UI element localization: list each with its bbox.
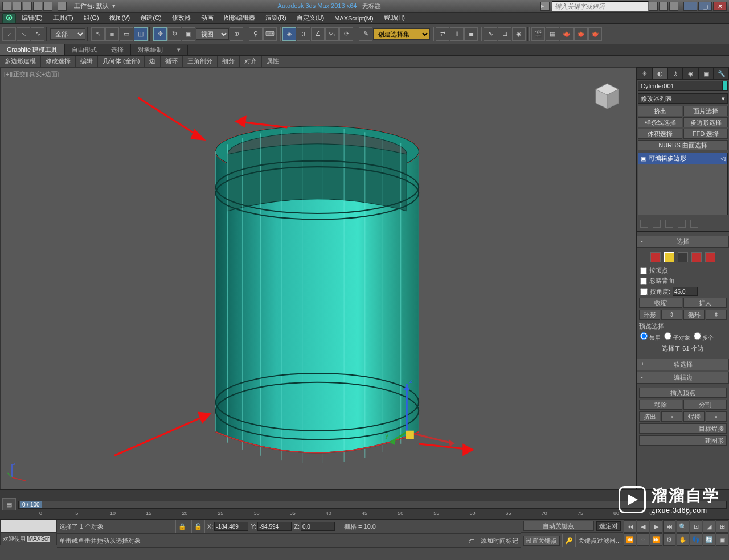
modifier-stack[interactable]: ▣ 可编辑多边形 ◁: [638, 153, 728, 215]
zoom-ext-icon[interactable]: ⊞: [716, 520, 728, 533]
teapot-icon[interactable]: 🫖: [574, 27, 588, 41]
btn-split[interactable]: 分割: [683, 400, 727, 410]
menu-maxscript[interactable]: MAXScript(M): [330, 14, 378, 23]
btn-extrude[interactable]: 挤出: [638, 106, 682, 116]
ref-coord[interactable]: 视图: [196, 28, 229, 40]
tab-hierarchy-icon[interactable]: ⚷: [667, 67, 683, 80]
lock-icon[interactable]: 🔒: [175, 520, 189, 533]
unlink-icon[interactable]: ⟍: [17, 27, 30, 41]
material-icon[interactable]: ◉: [512, 27, 526, 41]
sub-props[interactable]: 属性: [262, 56, 284, 67]
sub-edit[interactable]: 编辑: [76, 56, 98, 67]
configure-icon[interactable]: [690, 220, 698, 228]
sub-tri[interactable]: 三角剖分: [183, 56, 218, 67]
spinner-snap-icon[interactable]: ⟳: [339, 27, 353, 41]
pin-stack-icon[interactable]: [640, 220, 648, 228]
sub-align[interactable]: 对齐: [240, 56, 262, 67]
tab-modify-icon[interactable]: ◐: [652, 67, 667, 80]
workspace-label[interactable]: 工作台: 默认: [72, 2, 111, 10]
search-input[interactable]: [552, 1, 649, 11]
pan-icon[interactable]: ✋: [677, 533, 689, 546]
next-key-icon[interactable]: ⏩: [650, 533, 662, 546]
chk-ignore-back[interactable]: [640, 278, 647, 285]
set-key-button[interactable]: 设置关键点: [523, 536, 560, 546]
mirror-icon[interactable]: ⇄: [436, 27, 449, 41]
menu-views[interactable]: 视图(V): [105, 13, 135, 23]
ring-spinner[interactable]: ⇕: [661, 310, 682, 320]
prev-key-icon[interactable]: ⏪: [624, 533, 636, 546]
max-toggle-icon[interactable]: ▣: [716, 533, 728, 546]
tab-create-icon[interactable]: ✳: [637, 67, 652, 80]
select-name-icon[interactable]: ≡: [105, 27, 119, 41]
rotate-icon[interactable]: ↻: [167, 27, 181, 41]
sub-geometry[interactable]: 几何体 (全部): [98, 56, 145, 67]
menu-create[interactable]: 创建(C): [136, 13, 166, 23]
align-icon[interactable]: ⫴: [450, 27, 464, 41]
subobj-vertex-icon[interactable]: [650, 252, 661, 262]
info-icon[interactable]: ▸: [540, 2, 550, 11]
btn-grow[interactable]: 扩大: [683, 298, 727, 308]
time-config-icon[interactable]: ⚙: [663, 533, 675, 546]
keyboard-icon[interactable]: ⌨: [263, 27, 277, 41]
render-frame-icon[interactable]: ▦: [546, 27, 559, 41]
play-icon[interactable]: ▶: [650, 520, 662, 533]
tab-motion-icon[interactable]: ◉: [683, 67, 698, 80]
dropdown-icon[interactable]: ▾: [112, 2, 116, 10]
coord-x[interactable]: [214, 522, 248, 531]
btn-remove[interactable]: 移除: [639, 400, 682, 410]
btn-insert-vert[interactable]: 插入顶点: [639, 388, 727, 398]
prev-frame-icon[interactable]: ◀: [637, 520, 649, 533]
move-icon[interactable]: ✥: [153, 27, 167, 41]
rollout-soft-sel[interactable]: +软选择: [637, 359, 729, 370]
snap-2d-icon[interactable]: ◈: [282, 27, 296, 41]
close-button[interactable]: ✕: [713, 2, 727, 11]
btn-loop[interactable]: 循环: [683, 310, 705, 320]
sub-subdiv[interactable]: 细分: [218, 56, 240, 67]
menu-group[interactable]: 组(G): [79, 13, 104, 23]
btn-weld[interactable]: 焊接: [683, 411, 705, 422]
lock2-icon[interactable]: 🔓: [191, 520, 205, 533]
time-tag-icon[interactable]: 🏷: [465, 534, 478, 547]
radio-multi[interactable]: [694, 332, 701, 340]
named-sel-icon[interactable]: ✎: [359, 27, 372, 41]
subobj-edge-icon[interactable]: [664, 252, 674, 262]
rollout-selection[interactable]: -选择: [637, 236, 729, 248]
menu-edit[interactable]: 编辑(E): [17, 13, 47, 23]
sub-poly-model[interactable]: 多边形建模: [0, 56, 41, 67]
help-icon[interactable]: [649, 2, 658, 11]
subobj-element-icon[interactable]: [705, 252, 715, 262]
rect-select-icon[interactable]: ▭: [120, 27, 133, 41]
btn-face-sel[interactable]: 面片选择: [683, 106, 728, 116]
rollout-edit-edge[interactable]: -编辑边: [637, 372, 729, 384]
btn-poly-sel[interactable]: 多边形选择: [683, 117, 728, 127]
manip-icon[interactable]: ⚲: [249, 27, 263, 41]
time-slider[interactable]: 0 / 100: [20, 501, 42, 508]
maximize-button[interactable]: ▢: [698, 2, 712, 11]
schematic-icon[interactable]: ⊞: [498, 27, 511, 41]
time-input[interactable]: 0: [637, 533, 649, 546]
unique-icon[interactable]: [665, 220, 673, 228]
layer-icon[interactable]: ≣: [464, 27, 478, 41]
menu-graph[interactable]: 图形编辑器: [219, 13, 260, 23]
teapot2-icon[interactable]: 🫖: [588, 27, 602, 41]
extrude-settings[interactable]: ▫: [661, 411, 682, 422]
btn-spline-sel[interactable]: 样条线选择: [638, 117, 682, 127]
zoom-all-icon[interactable]: ⊡: [690, 520, 702, 533]
subobj-polygon-icon[interactable]: [691, 252, 702, 262]
radio-disable[interactable]: [640, 332, 648, 340]
object-color[interactable]: [722, 81, 728, 91]
key-icon[interactable]: 🔑: [562, 534, 576, 547]
render-setup-icon[interactable]: 🎬: [531, 27, 545, 41]
btn-vol-sel[interactable]: 体积选择: [638, 129, 682, 139]
subobj-border-icon[interactable]: [678, 252, 688, 262]
minimize-button[interactable]: —: [683, 2, 697, 11]
sub-edges[interactable]: 边: [145, 56, 161, 67]
app-logo[interactable]: ⦿: [2, 13, 16, 23]
remove-mod-icon[interactable]: [678, 220, 686, 228]
coord-y[interactable]: [257, 522, 292, 531]
window-crossing-icon[interactable]: ◫: [134, 27, 148, 41]
snap-3d-icon[interactable]: 3: [297, 27, 310, 41]
loop-spinner[interactable]: ⇕: [706, 310, 727, 320]
select-icon[interactable]: ↖: [91, 27, 105, 41]
render-icon[interactable]: 🫖: [560, 27, 574, 41]
